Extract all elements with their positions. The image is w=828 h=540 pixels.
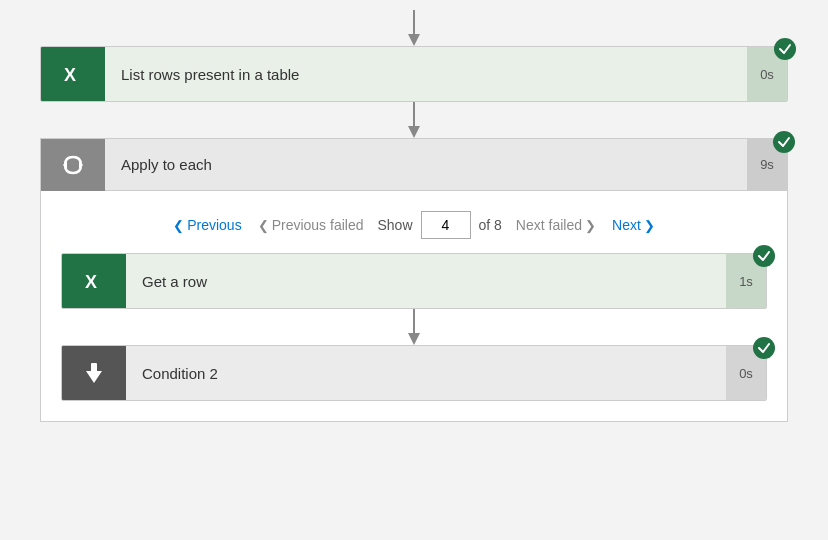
of-label: of 8 [479,217,502,233]
next-failed-chevron-icon: ❯ [585,218,596,233]
top-arrow [405,10,423,46]
apply-each-container: Apply to each 9s ❮ Previous ❮ Previous f… [40,138,788,422]
svg-marker-1 [408,34,420,46]
apply-each-success-badge [773,131,795,153]
condition2-success-badge [753,337,775,359]
excel-icon-get-row: X [62,253,126,309]
flow-container: X List rows present in a table 0s [0,10,828,422]
previous-failed-chevron-icon: ❮ [258,218,269,233]
previous-chevron-icon: ❮ [173,218,184,233]
middle-arrow [405,102,423,138]
apply-each-header[interactable]: Apply to each 9s [41,139,787,191]
condition2-card[interactable]: Condition 2 0s [61,345,767,401]
condition-icon [62,345,126,401]
next-failed-button[interactable]: Next failed ❯ [510,215,602,235]
apply-each-icon [41,139,105,191]
show-label: Show [377,217,412,233]
inner-arrow [405,309,423,345]
list-rows-card[interactable]: X List rows present in a table 0s [40,46,788,102]
condition2-label: Condition 2 [126,365,726,382]
get-row-card[interactable]: X Get a row 1s [61,253,767,309]
excel-icon-list-rows: X [41,46,105,102]
list-rows-step: X List rows present in a table 0s [40,46,788,102]
page-input[interactable] [421,211,471,239]
apply-each-body: ❮ Previous ❮ Previous failed Show of 8 N… [41,191,787,421]
get-row-success-badge [753,245,775,267]
pagination-bar: ❮ Previous ❮ Previous failed Show of 8 N… [61,201,767,253]
previous-button[interactable]: ❮ Previous [167,215,247,235]
svg-rect-6 [57,149,89,181]
previous-failed-label: Previous failed [272,217,364,233]
condition2-step: Condition 2 0s [61,345,767,401]
svg-marker-12 [408,333,420,345]
get-row-step: X Get a row 1s [61,253,767,309]
svg-marker-5 [408,126,420,138]
next-button[interactable]: Next ❯ [606,215,661,235]
list-rows-success-badge [774,38,796,60]
get-row-label: Get a row [126,273,726,290]
previous-failed-button[interactable]: ❮ Previous failed [252,215,370,235]
inner-flow: X Get a row 1s [61,253,767,401]
next-failed-label: Next failed [516,217,582,233]
svg-text:X: X [85,272,97,292]
list-rows-label: List rows present in a table [105,66,747,83]
next-label: Next [612,217,641,233]
apply-each-label: Apply to each [105,156,747,173]
next-chevron-icon: ❯ [644,218,655,233]
svg-text:X: X [64,65,76,85]
previous-label: Previous [187,217,241,233]
